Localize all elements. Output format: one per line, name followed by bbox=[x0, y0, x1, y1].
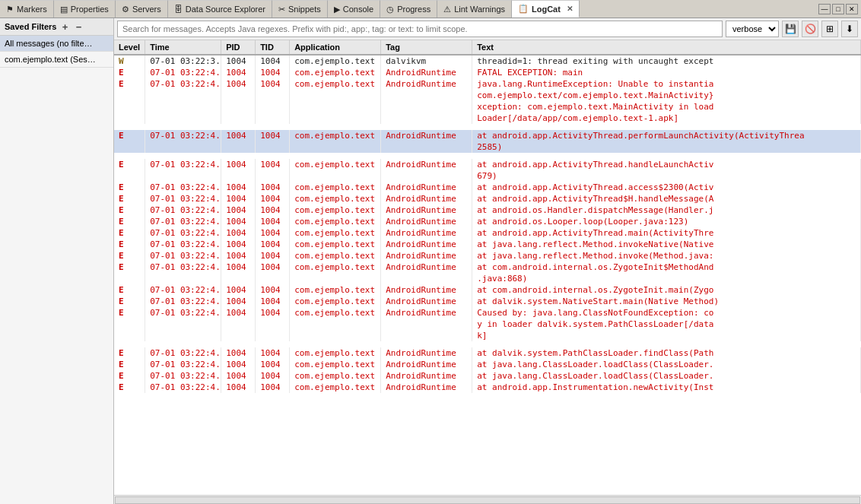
add-filter-button[interactable]: + bbox=[59, 21, 70, 32]
com-ejemplo-label: com.ejemplo.text (Ses… bbox=[5, 55, 96, 64]
table-row[interactable]: E 07-01 03:22:4... 1004 1004 com.ejemplo… bbox=[114, 159, 861, 170]
save-button[interactable]: 💾 bbox=[782, 21, 799, 37]
cell-time: 07-01 03:22:4... bbox=[145, 182, 221, 193]
tab-servers-label: Servers bbox=[132, 5, 161, 14]
table-row[interactable]: 679) bbox=[114, 170, 861, 182]
tab-lint[interactable]: ⚠ Lint Warnings bbox=[437, 0, 512, 17]
cell-level bbox=[114, 319, 145, 330]
table-row[interactable]: E 07-01 03:22:4... 1004 1004 com.ejemplo… bbox=[114, 130, 861, 141]
close-button[interactable]: ✕ bbox=[846, 4, 858, 14]
all-messages-label: All messages (no filte… bbox=[5, 39, 93, 48]
tab-logcat[interactable]: 📋 LogCat ✕ bbox=[512, 0, 580, 17]
table-row[interactable]: E 07-01 03:22:4... 1004 1004 com.ejemplo… bbox=[114, 382, 861, 393]
cell-tid: 1004 bbox=[256, 130, 290, 141]
minimize-button[interactable]: — bbox=[818, 4, 831, 14]
cell-text: at java.lang.ClassLoader.loadClass(Class… bbox=[472, 370, 861, 382]
cell-text: .java:868) bbox=[472, 273, 861, 284]
table-row[interactable]: E 07-01 03:22:4... 1004 1004 com.ejemplo… bbox=[114, 193, 861, 204]
cell-tid: 1004 bbox=[256, 262, 290, 273]
cell-app bbox=[290, 273, 381, 284]
cell-pid bbox=[221, 113, 256, 124]
table-row[interactable]: E 07-01 03:22:4... 1004 1004 com.ejemplo… bbox=[114, 182, 861, 193]
table-row[interactable]: E 07-01 03:22:4... 1004 1004 com.ejemplo… bbox=[114, 78, 861, 90]
tab-data-source[interactable]: 🗄 Data Source Explorer bbox=[168, 0, 272, 17]
sidebar-item-com-ejemplo[interactable]: com.ejemplo.text (Ses… bbox=[0, 52, 113, 68]
layout-button[interactable]: ⊞ bbox=[821, 21, 838, 37]
tab-console-label: Console bbox=[343, 5, 373, 14]
search-input[interactable] bbox=[117, 21, 723, 37]
cell-pid bbox=[221, 90, 256, 101]
table-row[interactable] bbox=[114, 153, 861, 159]
remove-filter-button[interactable]: − bbox=[73, 21, 84, 32]
table-row[interactable]: E 07-01 03:22:4... 1004 1004 com.ejemplo… bbox=[114, 370, 861, 382]
table-row[interactable]: W 07-01 03:22:3... 1004 1004 com.ejemplo… bbox=[114, 55, 861, 67]
cell-text: at android.app.ActivityThread$H.handleMe… bbox=[472, 193, 861, 204]
table-row[interactable]: E 07-01 03:22:4... 1004 1004 com.ejemplo… bbox=[114, 284, 861, 296]
content-area: verbose debug info warn error assert 💾 🚫… bbox=[114, 18, 861, 504]
verbose-select[interactable]: verbose debug info warn error assert bbox=[726, 21, 779, 37]
cell-level: E bbox=[114, 370, 145, 382]
level-badge: E bbox=[119, 239, 124, 249]
cell-tag: AndroidRuntime bbox=[381, 216, 472, 227]
cell-time bbox=[145, 330, 221, 341]
tab-markers[interactable]: ⚑ Markers bbox=[0, 0, 54, 17]
cell-app: com.ejemplo.text bbox=[290, 204, 381, 216]
table-row[interactable]: E 07-01 03:22:4... 1004 1004 com.ejemplo… bbox=[114, 307, 861, 319]
cell-pid: 1004 bbox=[221, 262, 256, 273]
table-row[interactable]: E 07-01 03:22:4... 1004 1004 com.ejemplo… bbox=[114, 296, 861, 307]
table-row[interactable]: E 07-01 03:22:4... 1004 1004 com.ejemplo… bbox=[114, 250, 861, 262]
table-row[interactable]: 2585) bbox=[114, 141, 861, 153]
cell-tid bbox=[256, 141, 290, 153]
table-row[interactable]: E 07-01 03:22:4... 1004 1004 com.ejemplo… bbox=[114, 239, 861, 250]
cell-text: at java.lang.reflect.Method.invoke(Metho… bbox=[472, 250, 861, 262]
lint-icon: ⚠ bbox=[443, 5, 451, 14]
tab-properties[interactable]: ▤ Properties bbox=[54, 0, 116, 17]
layout-icon: ⊞ bbox=[826, 24, 834, 34]
cell-time: 07-01 03:22:4... bbox=[145, 347, 221, 359]
cell-level: E bbox=[114, 347, 145, 359]
level-badge: E bbox=[119, 251, 124, 261]
tab-bar: ⚑ Markers ▤ Properties ⚙ Servers 🗄 Data … bbox=[0, 0, 861, 18]
sidebar-item-all-messages[interactable]: All messages (no filte… bbox=[0, 36, 113, 52]
tab-progress[interactable]: ◷ Progress bbox=[380, 0, 437, 17]
table-row[interactable]: E 07-01 03:22:4... 1004 1004 com.ejemplo… bbox=[114, 204, 861, 216]
tab-console[interactable]: ▶ Console bbox=[328, 0, 380, 17]
tab-logcat-close[interactable]: ✕ bbox=[567, 5, 573, 13]
scrollbar-track[interactable] bbox=[115, 496, 860, 504]
tab-snippets[interactable]: ✂ Snippets bbox=[272, 0, 328, 17]
level-badge: W bbox=[119, 56, 124, 66]
table-row[interactable]: com.ejemplo.text/com.ejemplo.text.MainAc… bbox=[114, 90, 861, 101]
table-row[interactable]: E 07-01 03:22:4... 1004 1004 com.ejemplo… bbox=[114, 216, 861, 227]
table-row[interactable]: y in loader dalvik.system.PathClassLoade… bbox=[114, 319, 861, 330]
table-row[interactable] bbox=[114, 341, 861, 347]
cell-tag: AndroidRuntime bbox=[381, 204, 472, 216]
table-row[interactable]: xception: com.ejemplo.text.MainActivity … bbox=[114, 101, 861, 113]
level-badge: E bbox=[119, 296, 124, 306]
cell-time bbox=[145, 319, 221, 330]
cell-tag: AndroidRuntime bbox=[381, 67, 472, 78]
clear-button[interactable]: 🚫 bbox=[802, 21, 818, 37]
cell-tag: AndroidRuntime bbox=[381, 250, 472, 262]
tab-logcat-label: LogCat bbox=[532, 5, 561, 14]
cell-tid: 1004 bbox=[256, 78, 290, 90]
tab-servers[interactable]: ⚙ Servers bbox=[116, 0, 168, 17]
horizontal-scrollbar[interactable] bbox=[114, 495, 861, 504]
table-row[interactable]: E 07-01 03:22:4... 1004 1004 com.ejemplo… bbox=[114, 67, 861, 78]
table-row[interactable]: E 07-01 03:22:4... 1004 1004 com.ejemplo… bbox=[114, 359, 861, 370]
table-row[interactable]: E 07-01 03:22:4... 1004 1004 com.ejemplo… bbox=[114, 227, 861, 239]
log-table-wrapper[interactable]: Level Time PID TID Application Tag Text … bbox=[114, 40, 861, 495]
table-row[interactable] bbox=[114, 124, 861, 130]
cell-text: at android.os.Looper.loop(Looper.java:12… bbox=[472, 216, 861, 227]
table-row[interactable]: .java:868) bbox=[114, 273, 861, 284]
cell-text: com.ejemplo.text/com.ejemplo.text.MainAc… bbox=[472, 90, 861, 101]
cell-pid bbox=[221, 141, 256, 153]
table-row[interactable]: E 07-01 03:22:4... 1004 1004 com.ejemplo… bbox=[114, 262, 861, 273]
cell-text: at dalvik.system.NativeStart.main(Native… bbox=[472, 296, 861, 307]
download-button[interactable]: ⬇ bbox=[841, 21, 858, 37]
table-row[interactable]: k] bbox=[114, 330, 861, 341]
maximize-button[interactable]: □ bbox=[832, 4, 844, 14]
table-row[interactable]: E 07-01 03:22:4... 1004 1004 com.ejemplo… bbox=[114, 347, 861, 359]
cell-tid bbox=[256, 170, 290, 182]
cell-pid bbox=[221, 101, 256, 113]
table-row[interactable]: Loader[/data/app/com.ejemplo.text-1.apk] bbox=[114, 113, 861, 124]
